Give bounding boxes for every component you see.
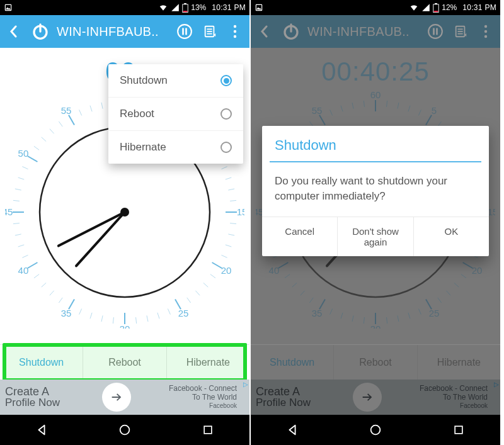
svg-line-54: [42, 283, 46, 287]
svg-point-14: [234, 30, 236, 33]
radio-icon: [220, 75, 232, 86]
svg-text:40: 40: [18, 265, 29, 276]
nav-home-button[interactable]: [357, 417, 394, 442]
svg-line-74: [101, 103, 103, 109]
dialog-cancel-button[interactable]: Cancel: [262, 217, 338, 256]
battery-pct: 13%: [191, 3, 206, 12]
svg-line-32: [230, 223, 236, 224]
battery-icon: [182, 3, 188, 13]
svg-line-35: [221, 255, 227, 257]
svg-line-33: [228, 234, 234, 235]
svg-text:35: 35: [61, 308, 72, 318]
svg-rect-3: [183, 11, 188, 12]
svg-text:30: 30: [120, 324, 130, 329]
svg-line-37: [210, 274, 215, 278]
dialog-body: Do you really want to shutdown your comp…: [262, 162, 489, 217]
dialog-ok-button[interactable]: OK: [414, 217, 489, 256]
svg-line-50: [79, 308, 82, 314]
svg-rect-97: [434, 11, 438, 12]
dialog-separator: [270, 161, 481, 162]
ad-banner[interactable]: Create A Profile Now Facebook - Connect …: [0, 380, 249, 415]
svg-line-57: [22, 255, 28, 257]
svg-line-30: [230, 200, 236, 201]
svg-point-6: [178, 25, 192, 38]
nav-home-button[interactable]: [106, 417, 144, 442]
dropdown-label: Shutdown: [120, 74, 168, 87]
svg-line-55: [34, 274, 39, 278]
signal-icon: [171, 3, 180, 12]
svg-point-186: [371, 425, 381, 435]
svg-line-43: [158, 313, 159, 319]
svg-line-27: [221, 167, 227, 169]
svg-line-72: [79, 110, 82, 115]
svg-line-49: [90, 313, 92, 319]
action-tabs: Shutdown Reboot Hibernate: [0, 344, 249, 380]
signal-icon: [421, 3, 430, 12]
svg-line-52: [59, 298, 62, 303]
ad-arrow-icon: [102, 383, 131, 412]
dropdown-item-reboot[interactable]: Reboot: [108, 98, 243, 131]
status-bar: 12% 10:31 PM: [251, 0, 500, 15]
system-nav-bar: [0, 415, 249, 445]
power-logo-icon: [28, 21, 53, 42]
dialog-title: Shutdown: [262, 126, 489, 161]
svg-line-47: [113, 317, 113, 324]
overflow-menu-icon[interactable]: [224, 21, 246, 42]
nav-back-button[interactable]: [23, 417, 60, 442]
svg-line-90: [59, 212, 125, 246]
svg-line-70: [59, 121, 62, 127]
status-bar: 13% 10:31 PM: [0, 0, 249, 15]
dialog-dontshow-button[interactable]: Don't show again: [338, 217, 413, 256]
svg-line-48: [101, 315, 103, 322]
svg-point-91: [120, 208, 129, 217]
svg-rect-93: [204, 426, 212, 434]
pause-button[interactable]: [174, 21, 195, 42]
screenshot-saved-icon: [4, 3, 13, 12]
tab-label: Reboot: [108, 357, 141, 368]
phone-right: 12% 10:31 PM WIN-INHFBAUB.. 00:40:25 605…: [251, 0, 501, 445]
svg-line-67: [34, 146, 39, 150]
svg-point-92: [120, 425, 130, 435]
svg-rect-187: [455, 426, 462, 434]
svg-line-58: [18, 245, 25, 247]
svg-line-53: [50, 291, 54, 295]
action-dropdown: Shutdown Reboot Hibernate: [108, 64, 243, 164]
svg-line-44: [147, 315, 148, 322]
svg-line-40: [187, 298, 191, 303]
svg-point-13: [234, 25, 236, 28]
tab-reboot[interactable]: Reboot: [83, 345, 166, 380]
dropdown-label: Hibernate: [120, 141, 166, 154]
tab-shutdown[interactable]: Shutdown: [0, 345, 83, 380]
nav-back-button[interactable]: [273, 417, 311, 442]
dropdown-label: Reboot: [120, 108, 154, 120]
confirm-dialog: Shutdown Do you really want to shutdown …: [262, 126, 489, 256]
nav-recents-button[interactable]: [189, 417, 227, 442]
dropdown-item-hibernate[interactable]: Hibernate: [108, 131, 243, 164]
nav-recents-button[interactable]: [440, 417, 478, 442]
ad-subtext: Facebook - Connect To The World Facebook: [134, 384, 249, 410]
svg-line-62: [13, 200, 20, 201]
svg-line-71: [69, 115, 74, 125]
adchoices-icon[interactable]: ▷: [243, 381, 248, 388]
battery-pct: 12%: [442, 3, 457, 12]
battery-icon: [433, 3, 439, 13]
svg-line-45: [136, 317, 137, 324]
svg-line-56: [28, 262, 38, 268]
svg-text:55: 55: [61, 105, 72, 116]
dialog-actions: Cancel Don't show again OK: [262, 217, 489, 256]
svg-line-34: [226, 245, 232, 247]
svg-line-73: [90, 106, 92, 112]
tab-hibernate[interactable]: Hibernate: [167, 345, 249, 380]
svg-line-66: [28, 156, 38, 162]
svg-line-69: [50, 129, 54, 133]
ad-headline: Create A Profile Now: [0, 386, 100, 408]
dropdown-item-shutdown[interactable]: Shutdown: [108, 64, 243, 98]
svg-line-59: [15, 234, 21, 235]
radio-icon: [220, 142, 232, 153]
list-icon[interactable]: [199, 21, 220, 42]
svg-point-15: [234, 35, 236, 38]
back-icon[interactable]: [3, 21, 24, 42]
svg-line-68: [42, 137, 46, 142]
system-nav-bar: [251, 415, 500, 445]
app-bar: WIN-INHFBAUB..: [0, 15, 249, 48]
